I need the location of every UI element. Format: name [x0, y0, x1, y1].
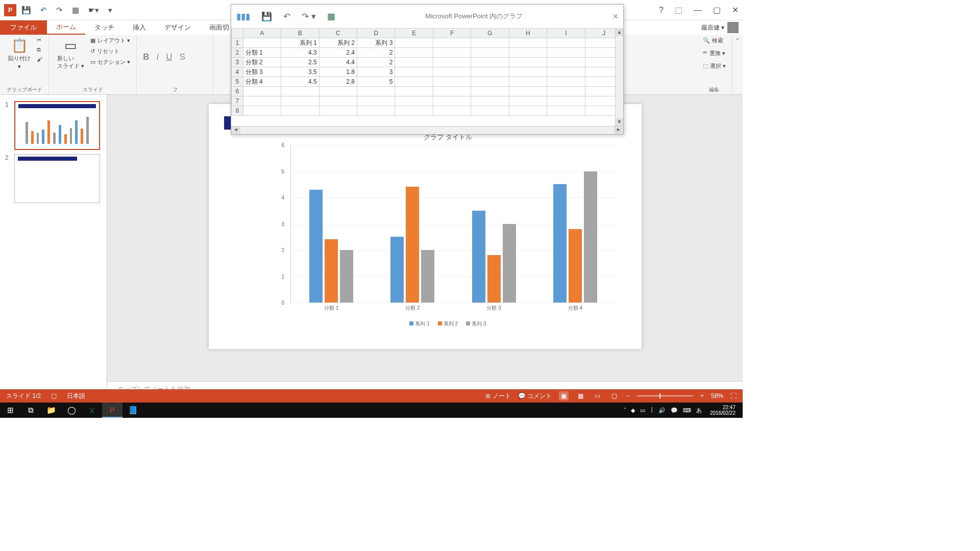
taskbar-clock[interactable]: 22:47 2016/02/22 [707, 405, 739, 416]
thumbnail-2[interactable]: 2 [0, 152, 107, 205]
qat-more-icon[interactable]: ▾ [108, 6, 112, 15]
dw-redo-icon[interactable]: ↷ ▾ [302, 11, 316, 22]
paste-icon: 📋 [11, 38, 28, 54]
zoom-level[interactable]: 58% [711, 392, 723, 399]
notes-toggle[interactable]: ≣ ノート [485, 392, 510, 400]
dw-save-icon[interactable]: 💾 [261, 11, 272, 22]
zoom-out-icon[interactable]: − [626, 392, 630, 399]
editor-area: グラフ タイトル 0123456分類 1分類 2分類 3分類 4 系列 1系列 … [107, 95, 743, 397]
group-label-editing: 編集 [703, 85, 726, 93]
excel-icon[interactable]: X [82, 403, 102, 418]
shadow-button[interactable]: S [179, 52, 185, 62]
window-controls: ? ⬚ — ▢ ✕ [659, 5, 739, 15]
ribbon-options-icon[interactable]: ⬚ [675, 5, 682, 15]
language-indicator[interactable]: 日本語 [67, 392, 85, 400]
horizontal-scrollbar[interactable]: ◄ ► [231, 126, 623, 134]
tab-home[interactable]: ホーム [47, 20, 85, 35]
group-font: B I U S フ [137, 35, 213, 94]
layout-icon: ▦ [90, 37, 95, 44]
sorter-view-icon[interactable]: ▦ [576, 391, 585, 400]
paste-button[interactable]: 📋 貼り付け ▾ [6, 37, 33, 71]
explorer-icon[interactable]: 📁 [41, 403, 61, 418]
tray-keyboard-icon[interactable]: ⌨ [683, 407, 691, 414]
italic-button[interactable]: I [156, 52, 159, 62]
tab-insert[interactable]: 挿入 [124, 20, 155, 35]
powerpoint-icon[interactable]: P [102, 403, 122, 418]
tray-dropbox-icon[interactable]: ◆ [631, 407, 635, 414]
tab-touch[interactable]: タッチ [85, 20, 124, 35]
workspace: 1 2 グラフ タイトル 0123456分類 1分類 2分類 3分類 4 系列 … [0, 95, 743, 397]
collapse-ribbon-icon[interactable]: ˆ [732, 35, 743, 94]
chart-type-icon[interactable]: ▮▮▮ [236, 11, 250, 22]
undo-icon[interactable]: ↶ [40, 6, 47, 15]
slideshow-icon[interactable]: ▦ [72, 6, 79, 15]
tab-design[interactable]: デザイン [155, 20, 200, 35]
group-slides: ▭ 新しい スライド ▾ ▦レイアウト ▾ ↺リセット ▭セクション ▾ スライ… [49, 35, 137, 94]
copy-button[interactable]: ⧉ [37, 46, 42, 53]
chart-data-close-icon[interactable]: × [612, 11, 618, 22]
group-label-font: フ [143, 85, 207, 93]
save-icon[interactable]: 💾 [21, 6, 31, 15]
redo-icon[interactable]: ↷ [56, 6, 63, 15]
layout-button[interactable]: ▦レイアウト ▾ [90, 37, 130, 44]
replace-button[interactable]: ᵃᵇ置換 ▾ [703, 49, 726, 57]
find-icon: 🔍 [703, 37, 710, 44]
vertical-scrollbar[interactable]: ▲ ▼ [615, 28, 623, 126]
chart-object[interactable]: グラフ タイトル 0123456分類 1分類 2分類 3分類 4 系列 1系列 … [275, 133, 621, 334]
help-icon[interactable]: ? [659, 6, 664, 15]
chrome-icon[interactable]: ◯ [61, 403, 82, 418]
tab-file[interactable]: ファイル [0, 20, 47, 35]
format-painter-button[interactable]: 🖌 [37, 56, 42, 62]
start-button[interactable]: ⊞ [0, 403, 20, 418]
section-button[interactable]: ▭セクション ▾ [90, 58, 130, 66]
tray-ime-icon[interactable]: あ [696, 407, 702, 414]
comments-toggle[interactable]: 💬 コメント [518, 392, 552, 400]
normal-view-icon[interactable]: ▣ [559, 391, 569, 400]
scroll-down-icon[interactable]: ▼ [616, 118, 623, 126]
user-account[interactable]: 藤原健 ▾ [701, 20, 743, 35]
scroll-right-icon[interactable]: ► [614, 127, 623, 134]
select-button[interactable]: ⬚選択 ▾ [703, 62, 726, 70]
brush-icon: 🖌 [37, 56, 42, 62]
new-slide-icon: ▭ [64, 38, 77, 54]
group-editing: 🔍検索 ᵃᵇ置換 ▾ ⬚選択 ▾ 編集 [697, 35, 732, 94]
scroll-up-icon[interactable]: ▲ [616, 28, 623, 36]
scroll-left-icon[interactable]: ◄ [231, 127, 240, 134]
system-tray: ˆ ◆ ▭ ⸾ 🔊 💬 ⌨ あ 22:47 2016/02/22 [624, 405, 743, 416]
zoom-in-icon[interactable]: + [700, 392, 704, 399]
slide-canvas[interactable]: グラフ タイトル 0123456分類 1分類 2分類 3分類 4 系列 1系列 … [107, 95, 743, 381]
maximize-icon[interactable]: ▢ [713, 5, 721, 15]
find-button[interactable]: 🔍検索 [703, 37, 726, 44]
chart-data-grid[interactable]: ABCDEFGHIJ1系列 1系列 2系列 32分類 14.32.423分類 2… [231, 28, 623, 126]
group-clipboard: 📋 貼り付け ▾ ✂ ⧉ 🖌 クリップボード [0, 35, 49, 94]
spellcheck-icon[interactable]: ▢ [51, 392, 57, 399]
notepad-icon[interactable]: 📘 [122, 403, 143, 418]
dw-undo-icon[interactable]: ↶ [283, 11, 290, 22]
slideshow-view-icon[interactable]: ▢ [609, 391, 619, 400]
tray-wifi-icon[interactable]: ⸾ [650, 407, 653, 413]
replace-icon: ᵃᵇ [703, 50, 707, 57]
reading-view-icon[interactable]: ▭ [593, 391, 602, 400]
scissors-icon: ✂ [37, 37, 41, 43]
minimize-icon[interactable]: — [694, 6, 702, 15]
thumbnail-1[interactable]: 1 [0, 99, 107, 152]
tray-messages-icon[interactable]: 💬 [671, 407, 678, 414]
tray-volume-icon[interactable]: 🔊 [658, 407, 666, 414]
tray-overflow-icon[interactable]: ˆ [624, 407, 626, 413]
fit-window-icon[interactable]: ⛶ [730, 392, 737, 399]
chart-data-title: Microsoft PowerPoint 内のグラフ [335, 12, 613, 21]
slide-counter[interactable]: スライド 1/2 [6, 392, 41, 400]
task-view-icon[interactable]: ⧉ [20, 403, 41, 418]
chart-data-titlebar[interactable]: ▮▮▮ 💾 ↶ ↷ ▾ ▦ Microsoft PowerPoint 内のグラフ… [231, 5, 623, 28]
touch-mode-icon[interactable]: ☛▾ [88, 6, 99, 15]
new-slide-button[interactable]: ▭ 新しい スライド ▾ [55, 37, 86, 71]
underline-button[interactable]: U [166, 52, 172, 62]
zoom-slider[interactable] [637, 395, 693, 396]
edit-in-excel-icon[interactable]: ▦ [327, 11, 335, 22]
tray-battery-icon[interactable]: ▭ [640, 407, 645, 414]
reset-button[interactable]: ↺リセット [90, 47, 130, 55]
bold-button[interactable]: B [143, 52, 149, 62]
cut-button[interactable]: ✂ [37, 37, 42, 43]
close-icon[interactable]: ✕ [732, 5, 739, 15]
user-name: 藤原健 ▾ [701, 23, 724, 32]
